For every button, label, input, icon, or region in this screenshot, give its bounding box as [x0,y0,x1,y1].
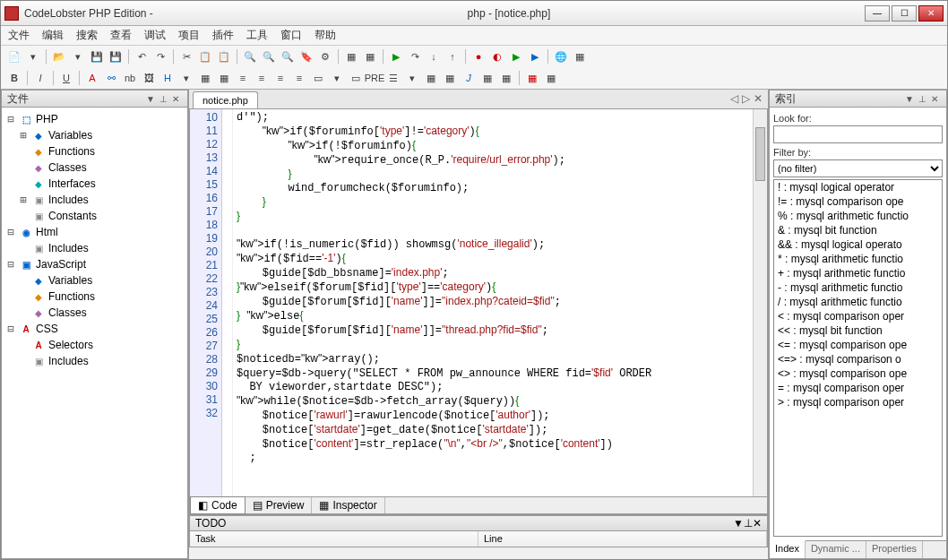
div-icon[interactable]: ▭ [310,70,326,86]
tool-icon[interactable]: ⚙ [317,48,333,65]
tree-node[interactable]: ASelectors [4,337,185,353]
look-for-input[interactable] [773,125,943,143]
copy-icon[interactable]: 📋 [197,48,213,65]
step-out-icon[interactable]: ↑ [444,48,461,65]
open-icon[interactable]: 📂 [51,48,67,65]
index-item[interactable]: ! : mysql logical operator [774,180,942,194]
menu-项目[interactable]: 项目 [178,28,200,43]
tree-node[interactable]: ◆Functions [4,289,185,305]
index-item[interactable]: + : mysql arithmetic functio [774,266,942,280]
menu-查看[interactable]: 查看 [110,28,132,43]
dropdown-icon[interactable]: ▼ [903,94,916,104]
view-tab-preview[interactable]: ▤Preview [246,497,313,513]
browser-icon[interactable]: 🌐 [553,48,569,65]
tab-dynamic[interactable]: Dynamic ... [806,541,866,558]
close-icon[interactable]: ✕ [753,517,762,530]
dropdown-icon[interactable]: ▾ [178,70,194,86]
tree-node[interactable]: ⊟ACSS [4,321,185,337]
menu-插件[interactable]: 插件 [212,28,234,43]
continue-icon[interactable]: ▶ [508,48,524,65]
run-icon[interactable]: ▶ [388,48,404,65]
menu-调试[interactable]: 调试 [144,28,166,43]
tree-node[interactable]: ▣Constants [4,208,185,224]
justify-icon[interactable]: ≡ [291,70,307,86]
menu-窗口[interactable]: 窗口 [280,28,302,43]
close-icon[interactable]: ✕ [928,94,941,104]
index-item[interactable]: <= : mysql comparison ope [774,338,942,352]
tree-node[interactable]: ◆Interfaces [4,176,185,192]
bookmark-icon[interactable]: 🔖 [298,48,315,65]
paste-icon[interactable]: 📋 [216,48,232,65]
maximize-button[interactable]: ☐ [892,5,917,22]
tool-icon[interactable]: ▦ [543,70,559,86]
tab-notice-php[interactable]: notice.php [193,91,258,108]
tool-icon[interactable]: ▦ [197,70,213,86]
fold-column[interactable] [222,109,233,496]
menu-搜索[interactable]: 搜索 [76,28,98,43]
tab-properties[interactable]: Properties [866,541,923,558]
index-item[interactable]: * : mysql arithmetic functio [774,252,942,266]
pin-icon[interactable]: ⊥ [157,94,169,104]
vertical-scrollbar[interactable] [753,109,767,496]
tree-node[interactable]: ▣Includes [4,353,185,369]
align-left-icon[interactable]: ≡ [235,70,251,86]
tree-node[interactable]: ⊞▣Includes [4,192,185,208]
index-item[interactable]: - : mysql arithmetic functio [774,280,942,295]
tool-icon[interactable]: ▦ [362,48,378,65]
code-area[interactable]: d'"); "kw">if($foruminfo['type']!='categ… [233,109,753,496]
new-file-icon[interactable]: 📄 [6,48,22,65]
todo-col-task[interactable]: Task [190,531,478,547]
menu-帮助[interactable]: 帮助 [315,28,336,43]
index-item[interactable]: <=> : mysql comparison o [774,352,942,366]
next-tab-icon[interactable]: ▷ [742,92,750,105]
tree-node[interactable]: ⊞◆Variables [4,127,185,143]
menu-文件[interactable]: 文件 [8,28,30,43]
close-button[interactable]: ✕ [918,5,944,22]
font-color-icon[interactable]: A [84,70,100,86]
save-all-icon[interactable]: 💾 [108,48,124,65]
index-item[interactable]: < : mysql comparison oper [774,309,942,323]
view-tab-inspector[interactable]: ▦Inspector [312,497,384,513]
find-icon[interactable]: 🔍 [242,48,258,65]
underline-icon[interactable]: U [58,70,74,86]
todo-col-line[interactable]: Line [478,531,767,547]
step-into-icon[interactable]: ↓ [426,48,442,65]
menu-编辑[interactable]: 编辑 [42,28,64,43]
dropdown-icon[interactable]: ▾ [404,70,420,86]
index-item[interactable]: != : mysql comparison ope [774,194,942,209]
index-list[interactable]: ! : mysql logical operator!= : mysql com… [773,179,943,537]
validate-icon[interactable]: ▦ [524,70,540,86]
tree-node[interactable]: ⊟⬚PHP [4,111,185,127]
cut-icon[interactable]: ✂ [178,48,194,65]
span-icon[interactable]: ▭ [348,70,364,86]
dropdown-icon[interactable]: ▼ [733,517,744,530]
tree-node[interactable]: ▣Includes [4,240,185,256]
heading-icon[interactable]: H [159,70,176,86]
tree-node[interactable]: ◆Functions [4,143,185,159]
tab-index[interactable]: Index [770,540,806,558]
save-icon[interactable]: 💾 [89,48,105,65]
table-icon[interactable]: ▦ [423,70,439,86]
step-over-icon[interactable]: ↷ [407,48,423,65]
index-item[interactable]: <> : mysql comparison ope [774,366,942,381]
dropdown-icon[interactable]: ▾ [329,70,345,86]
breakpoint-icon[interactable]: ● [470,48,487,65]
filter-select[interactable]: (no filter) [773,159,943,177]
replace-icon[interactable]: 🔍 [261,48,277,65]
breakpoint-remove-icon[interactable]: ◐ [489,48,505,65]
undo-icon[interactable]: ↶ [134,48,150,65]
index-item[interactable]: & : mysql bit function [774,223,942,237]
form-icon[interactable]: ▦ [442,70,458,86]
tree-node[interactable]: ◆Classes [4,305,185,321]
menu-工具[interactable]: 工具 [246,28,268,43]
dropdown-icon[interactable]: ▼ [144,94,157,104]
pin-icon[interactable]: ⊥ [744,517,753,530]
redo-icon[interactable]: ↷ [152,48,168,65]
dropdown-icon[interactable]: ▾ [25,48,41,65]
bold-icon[interactable]: B [6,70,22,86]
tree-node[interactable]: ⊟◉Html [4,224,185,240]
index-item[interactable]: = : mysql comparison oper [774,381,942,395]
index-item[interactable]: > : mysql comparison oper [774,395,942,409]
align-right-icon[interactable]: ≡ [272,70,289,86]
pre-icon[interactable]: PRE [366,70,383,86]
